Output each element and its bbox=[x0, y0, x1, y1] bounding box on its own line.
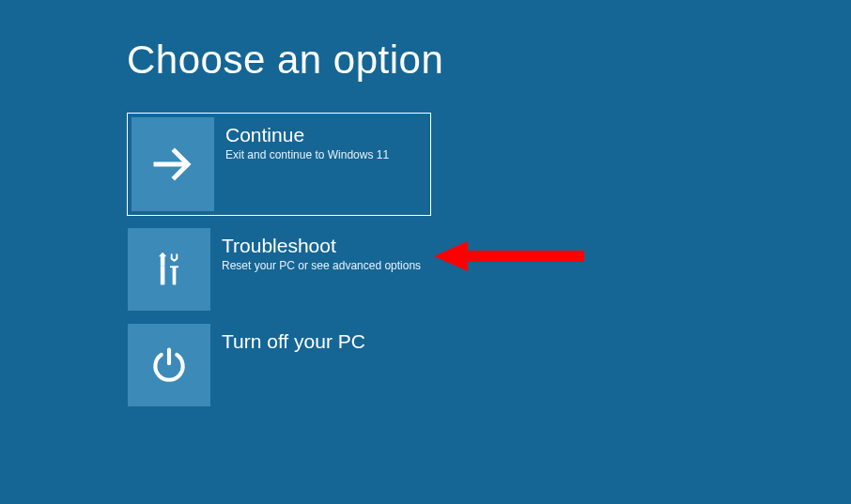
option-title: Troubleshoot bbox=[222, 234, 430, 257]
option-continue[interactable]: Continue Exit and continue to Windows 11 bbox=[127, 113, 431, 216]
option-title: Continue bbox=[225, 123, 426, 146]
svg-rect-2 bbox=[173, 267, 177, 284]
power-icon bbox=[128, 324, 210, 406]
tools-icon bbox=[128, 228, 210, 311]
option-turnoff[interactable]: Turn off your PC bbox=[127, 323, 431, 407]
option-description: Reset your PC or see advanced options bbox=[222, 259, 430, 272]
option-description: Exit and continue to Windows 11 bbox=[225, 148, 426, 161]
svg-marker-4 bbox=[434, 241, 584, 271]
svg-rect-1 bbox=[161, 266, 165, 284]
option-troubleshoot[interactable]: Troubleshoot Reset your PC or see advanc… bbox=[127, 227, 431, 312]
page-title: Choose an option bbox=[127, 38, 851, 83]
annotation-arrow-icon bbox=[434, 237, 594, 279]
arrow-right-icon bbox=[132, 117, 214, 211]
option-title: Turn off your PC bbox=[222, 329, 430, 353]
